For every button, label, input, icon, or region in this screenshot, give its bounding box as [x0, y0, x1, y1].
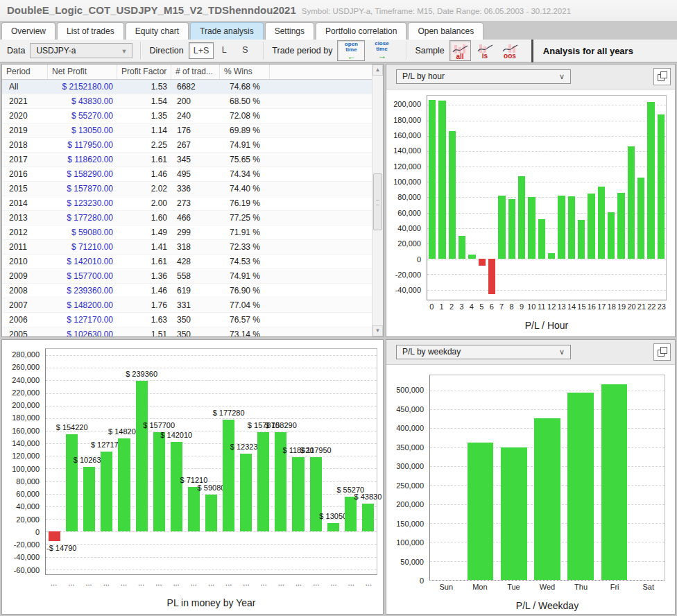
table-row[interactable]: 2017$ 118620.001.6134575.65 %	[2, 153, 372, 167]
gridline	[46, 468, 377, 469]
table-row[interactable]: 2021$ 43830.001.5420068.50 %	[2, 94, 372, 109]
table-row[interactable]: 2007$ 148200.001.7633177.04 %	[2, 298, 372, 313]
scroll-up-arrow[interactable]: ▲	[372, 65, 383, 76]
weekday-axis-title: P/L / Weekday	[429, 600, 665, 611]
table-row[interactable]: All$ 2152180.001.53668274.68 %	[2, 80, 372, 94]
table-row[interactable]: 2018$ 117950.002.2526774.91 %	[2, 138, 372, 153]
sample-oos-button[interactable]: oos	[499, 40, 521, 61]
bar-value-label: $ 142010	[160, 431, 192, 439]
table-row[interactable]: 2012$ 59080.001.4929971.91 %	[2, 225, 372, 240]
sample-label: Sample	[415, 46, 444, 55]
table-cell: 77.04 %	[220, 298, 270, 312]
table-cell: 2013	[2, 211, 48, 225]
bar	[101, 452, 112, 531]
tab-portfolio-correlation[interactable]: Portfolio correlation	[316, 22, 406, 40]
direction-long-button[interactable]: L	[214, 42, 234, 59]
copy-chart-button[interactable]	[653, 343, 671, 361]
bar	[240, 454, 252, 531]
sample-is-button[interactable]: is	[474, 40, 496, 61]
bar	[66, 434, 78, 531]
close-time-button[interactable]: close time →	[368, 40, 395, 61]
y-axis-tick-label: 50,000	[400, 558, 424, 566]
tab-overview[interactable]: Overview	[1, 22, 55, 40]
y-axis-tick-label: 160,000	[393, 131, 421, 139]
hour-chart-type-value: P/L by hour	[402, 71, 445, 81]
table-row[interactable]: 2011$ 71210.001.4131872.33 %	[2, 240, 372, 255]
y-axis-tick-label: 240,000	[12, 376, 40, 384]
y-axis-tick-label: 350,000	[396, 443, 424, 452]
x-axis-tick-label: 22	[646, 302, 656, 311]
copy-chart-button[interactable]	[653, 68, 671, 85]
table-cell: 76.90 %	[220, 284, 270, 298]
tab-list-of-trades[interactable]: List of trades	[57, 22, 124, 40]
y-axis-tick-label: 180,000	[393, 116, 421, 124]
gridline	[427, 259, 666, 259]
table-row[interactable]: 2016$ 158290.001.4649574.34 %	[2, 167, 372, 182]
table-cell: 495	[171, 167, 220, 181]
scroll-down-arrow[interactable]: ▼	[372, 325, 383, 336]
gridline	[46, 557, 377, 558]
bar	[608, 212, 615, 259]
x-axis-tick-label: 11	[537, 302, 547, 311]
table-cell: 350	[171, 313, 220, 327]
x-axis-tick-label: ...	[325, 579, 342, 587]
table-row[interactable]: 2009$ 157700.001.3655874.91 %	[2, 269, 372, 284]
bar	[488, 259, 495, 294]
pl-by-hour-chart: -40,000-20,000020,00040,00060,00080,0001…	[386, 89, 675, 336]
table-row[interactable]: 2019$ 13050.001.1417669.89 %	[2, 123, 372, 138]
y-axis-tick-label: 100,000	[396, 538, 424, 547]
table-cell: 1.76	[117, 298, 171, 312]
table-cell-filler	[270, 138, 372, 152]
table-header-cell[interactable]: % Wins	[220, 65, 270, 79]
tab-open-balances[interactable]: Open balances	[408, 22, 483, 40]
table-cell: 72.08 %	[220, 109, 270, 123]
table-row[interactable]: 2020$ 55270.001.3524072.08 %	[2, 109, 372, 123]
gridline	[46, 531, 377, 532]
open-time-button[interactable]: open time ←	[337, 40, 365, 61]
bar	[292, 457, 304, 532]
table-cell: 74.91 %	[220, 269, 270, 283]
tab-equity-chart[interactable]: Equity chart	[126, 22, 189, 40]
bar	[534, 418, 560, 580]
bar	[528, 197, 535, 259]
table-header-cell[interactable]: # of trad...	[171, 65, 220, 79]
table-row[interactable]: 2015$ 157870.002.0233674.40 %	[2, 182, 372, 196]
tab-settings[interactable]: Settings	[265, 22, 314, 40]
direction-short-button[interactable]: S	[234, 42, 255, 59]
bar	[136, 381, 148, 531]
bar-value-label: $ 13050	[319, 512, 347, 520]
x-axis-tick-label: 1	[436, 302, 446, 311]
x-axis-tick-label: 6	[487, 302, 497, 311]
x-axis-tick-label: Fri	[598, 583, 632, 591]
table-row[interactable]: 2005$ 102630.001.5135073.14 %	[2, 327, 372, 336]
table-cell: 1.14	[117, 123, 171, 137]
bar	[327, 523, 339, 531]
bar	[468, 443, 494, 580]
bar	[49, 531, 60, 540]
table-cell: 1.61	[117, 153, 171, 166]
pl-by-weekday-panel: P/L by weekday ∨ 050,000100,000150,00020…	[386, 339, 676, 615]
table-header-cell[interactable]: Profit Factor	[117, 65, 171, 79]
table-header-cell[interactable]: Period	[2, 65, 48, 79]
bar	[498, 196, 505, 259]
table-row[interactable]: 2008$ 239360.001.4661976.90 %	[2, 284, 372, 298]
table-row[interactable]: 2014$ 123230.002.0027376.19 %	[2, 196, 372, 211]
direction-ls-button[interactable]: L+S	[189, 42, 214, 59]
table-header-cell[interactable]: Net Profit	[48, 65, 117, 79]
bar	[153, 432, 165, 531]
table-cell: 2.00	[117, 196, 171, 210]
bar-value-label: $ 117950	[300, 446, 332, 454]
table-scrollbar[interactable]: ▲ ▼	[372, 65, 383, 336]
svg-text:is: is	[482, 52, 488, 60]
hour-chart-type-select[interactable]: P/L by hour ∨	[396, 69, 571, 84]
scrollbar-thumb[interactable]	[373, 173, 382, 230]
bar	[558, 196, 565, 259]
table-row[interactable]: 2006$ 127170.001.6335076.57 %	[2, 313, 372, 327]
gridline	[46, 570, 377, 570]
tab-trade-analysis[interactable]: Trade analysis	[190, 22, 264, 40]
weekday-chart-type-select[interactable]: P/L by weekday ∨	[396, 345, 571, 359]
sample-all-button[interactable]: all	[449, 40, 471, 61]
table-row[interactable]: 2010$ 142010.001.6142874.53 %	[2, 255, 372, 269]
table-row[interactable]: 2013$ 177280.001.6046677.25 %	[2, 211, 372, 225]
data-symbol-select[interactable]: USDJPY-a ▼	[30, 43, 132, 58]
